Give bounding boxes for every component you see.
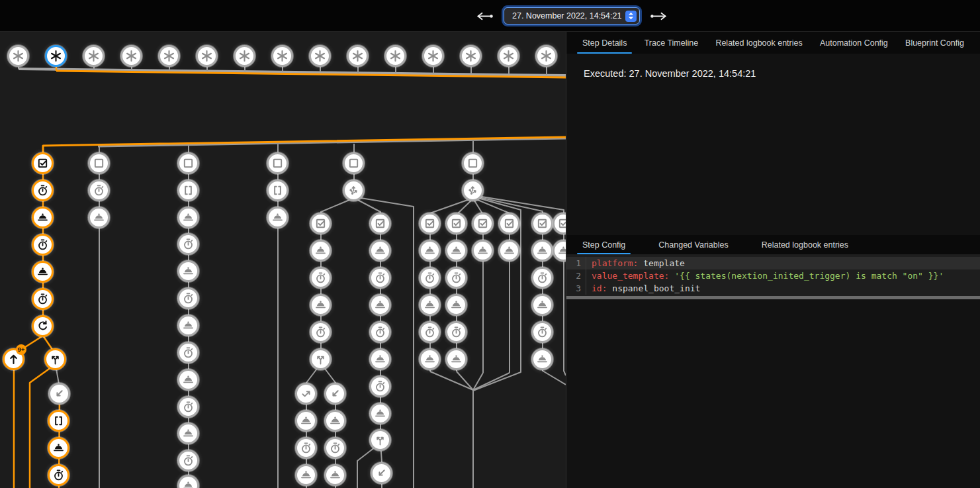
trace-node-service-bell[interactable] (472, 240, 494, 262)
trace-node-checkbox-marked[interactable] (498, 213, 520, 234)
previous-run-button[interactable] (475, 10, 495, 23)
trace-node-timer[interactable] (419, 321, 441, 343)
trace-node-timer[interactable] (531, 321, 553, 343)
trace-node-check-arrow[interactable] (295, 383, 317, 405)
trace-node-service-bell[interactable] (310, 294, 332, 316)
tab-blueprint-config[interactable]: Blueprint Config (900, 32, 969, 54)
tab-related-logbook-entries[interactable]: Related logbook entries (756, 235, 854, 254)
trace-node-checkbox-marked[interactable] (310, 213, 332, 234)
trace-node-asterisk[interactable] (384, 45, 406, 67)
trace-node-service-bell[interactable] (88, 207, 110, 228)
trace-node-service-bell[interactable] (531, 294, 553, 316)
trace-node-asterisk[interactable] (271, 45, 293, 67)
tab-changed-variables[interactable]: Changed Variables (653, 235, 733, 254)
trace-node-checkbox-blank[interactable] (462, 152, 484, 174)
trace-node-service-bell[interactable] (177, 207, 199, 228)
trace-node-checkbox-marked[interactable] (553, 213, 566, 234)
trace-node-checkbox-marked[interactable] (32, 152, 54, 174)
trace-node-service-bell[interactable] (419, 240, 441, 262)
trace-node-arrow-up[interactable]: 9+ (3, 348, 24, 370)
trace-node-timer[interactable] (369, 321, 391, 343)
trace-node-asterisk[interactable] (347, 45, 369, 67)
trace-node-timer[interactable] (177, 233, 199, 255)
trace-node-timer[interactable] (177, 396, 199, 418)
trace-node-split[interactable] (310, 348, 332, 370)
trace-node-timer[interactable] (445, 321, 467, 343)
trace-node-timer[interactable] (324, 437, 346, 459)
trace-node-timer[interactable] (419, 267, 441, 289)
next-run-button[interactable] (648, 10, 668, 23)
trace-node-service-bell[interactable] (531, 348, 553, 370)
trace-node-timer[interactable] (32, 179, 54, 201)
trace-node-checkbox-blank[interactable] (88, 152, 110, 174)
tab-step-details[interactable]: Step Details (577, 32, 632, 54)
trace-node-service-bell[interactable] (310, 240, 332, 262)
trace-node-timer[interactable] (295, 437, 317, 459)
trace-node-service-bell[interactable] (32, 207, 54, 228)
trace-node-asterisk[interactable] (7, 45, 29, 67)
trace-node-service-bell[interactable] (369, 403, 391, 424)
trace-node-brackets[interactable] (48, 410, 69, 432)
trace-node-timer[interactable] (32, 288, 54, 310)
trace-node-timer[interactable] (177, 287, 199, 309)
trace-node-timer[interactable] (177, 450, 199, 471)
trace-node-timer[interactable] (32, 234, 54, 256)
tab-automation-config[interactable]: Automation Config (815, 32, 893, 54)
trace-node-service-bell[interactable] (531, 240, 553, 262)
trace-node-service-bell[interactable] (324, 410, 346, 432)
trace-node-arrow-down-left[interactable] (324, 383, 346, 405)
trace-node-brackets[interactable] (177, 179, 199, 201)
trace-node-checkbox-marked[interactable] (445, 213, 467, 234)
trace-node-service-bell[interactable] (419, 348, 441, 370)
trace-node-service-bell[interactable] (445, 294, 467, 316)
trace-node-asterisk[interactable] (196, 45, 218, 67)
trace-node-choose[interactable] (343, 179, 365, 201)
trace-node-timer[interactable] (369, 267, 391, 289)
trace-node-checkbox-marked[interactable] (419, 213, 441, 234)
tab-related-logbook-entries[interactable]: Related logbook entries (710, 32, 807, 54)
trace-node-service-bell[interactable] (553, 240, 566, 262)
trace-node-timer[interactable] (48, 464, 69, 486)
trace-node-asterisk[interactable] (120, 45, 142, 67)
trace-node-service-bell[interactable] (177, 369, 199, 391)
trace-node-split[interactable] (44, 348, 66, 370)
trace-node-timer[interactable] (369, 375, 391, 397)
trace-node-asterisk[interactable] (498, 45, 519, 67)
trace-node-checkbox-blank[interactable] (343, 152, 365, 174)
trace-node-brackets[interactable] (267, 179, 289, 201)
trace-node-repeat[interactable] (32, 315, 54, 337)
trace-node-service-bell[interactable] (445, 348, 467, 370)
trace-node-timer[interactable] (88, 179, 110, 201)
trace-node-asterisk[interactable] (83, 45, 105, 67)
trace-node-timer[interactable] (310, 267, 332, 289)
trace-node-arrow-down-left[interactable] (48, 383, 70, 405)
trace-node-service-bell[interactable] (48, 437, 69, 459)
trace-node-asterisk[interactable] (460, 45, 482, 67)
tab-step-config[interactable]: Step Config (577, 235, 631, 254)
trace-node-arrow-down-left[interactable] (371, 462, 392, 484)
trace-node-timer[interactable] (177, 342, 199, 364)
trace-node-service-bell[interactable] (369, 294, 391, 316)
trace-node-checkbox-marked[interactable] (531, 213, 553, 234)
trace-node-asterisk[interactable] (234, 45, 255, 67)
run-selector[interactable]: 27. November 2022, 14:54:21 (504, 7, 640, 24)
trace-node-service-bell[interactable] (177, 422, 199, 444)
trace-node-service-bell[interactable] (32, 261, 54, 283)
trace-node-timer[interactable] (310, 321, 332, 343)
trace-node-asterisk[interactable] (45, 45, 67, 67)
trace-node-asterisk[interactable] (535, 45, 557, 67)
trace-node-service-bell[interactable] (445, 240, 467, 262)
trace-node-service-bell[interactable] (295, 410, 317, 432)
trace-node-service-bell[interactable] (324, 464, 346, 486)
trace-node-service-bell[interactable] (177, 475, 199, 488)
trace-node-choose[interactable] (462, 179, 484, 201)
trace-node-service-bell[interactable] (177, 260, 199, 282)
trace-node-timer[interactable] (531, 267, 553, 289)
trace-node-checkbox-blank[interactable] (177, 152, 199, 174)
trace-node-split[interactable] (369, 429, 391, 451)
trace-node-service-bell[interactable] (177, 315, 199, 336)
trace-node-asterisk[interactable] (158, 45, 180, 67)
trace-node-service-bell[interactable] (369, 240, 391, 262)
yaml-code-editor[interactable]: 1platform: template2value_template: '{{ … (566, 254, 980, 299)
tab-trace-timeline[interactable]: Trace Timeline (639, 32, 704, 54)
